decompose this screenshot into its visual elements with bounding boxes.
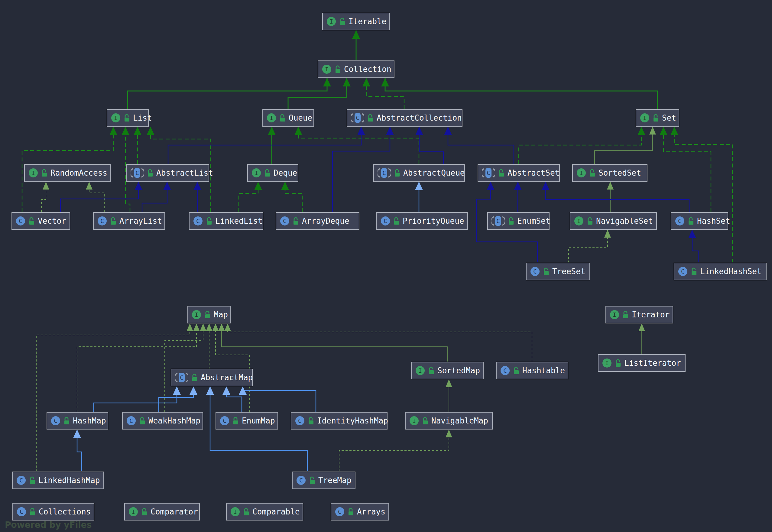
diagram-canvas[interactable]: IIterableICollectionIListIQueueCAbstract… <box>0 0 772 532</box>
edge-AbstractSet-to-AbstractCollection <box>448 127 514 164</box>
node-WeakHashMap[interactable]: CWeakHashMap <box>122 412 203 430</box>
interface-icon: I <box>111 113 121 123</box>
abstract-class-icon: C <box>491 216 505 226</box>
node-Comparable[interactable]: IComparable <box>226 503 303 521</box>
node-EnumMap[interactable]: CEnumMap <box>216 412 278 430</box>
node-AbstractMap[interactable]: CAbstractMap <box>171 369 253 386</box>
edge-Hashtable-to-Map <box>228 323 532 362</box>
node-HashMap[interactable]: CHashMap <box>47 412 108 430</box>
class-icon: C <box>530 267 540 276</box>
svg-text:C: C <box>283 217 287 225</box>
node-PriorityQueue[interactable]: CPriorityQueue <box>376 212 468 230</box>
node-NavigableMap[interactable]: INavigableMap <box>405 412 493 430</box>
node-AbstractQueue[interactable]: CAbstractQueue <box>373 164 465 182</box>
node-EnumSet[interactable]: CEnumSet <box>487 212 550 230</box>
interface-icon: I <box>230 507 240 517</box>
node-ArrayList[interactable]: CArrayList <box>93 212 165 230</box>
lock-icon <box>110 217 117 225</box>
interface-icon: I <box>326 17 336 26</box>
lock-icon <box>307 417 314 425</box>
svg-text:C: C <box>223 417 226 424</box>
lock-icon <box>191 373 198 382</box>
node-Iterable[interactable]: IIterable <box>322 13 390 30</box>
node-LinkedHashMap[interactable]: CLinkedHashMap <box>12 472 104 489</box>
lock-icon <box>687 217 694 225</box>
edge-List-to-Collection <box>128 78 327 109</box>
node-Iterator[interactable]: IIterator <box>605 306 673 323</box>
svg-text:I: I <box>613 311 616 318</box>
svg-text:I: I <box>233 508 237 515</box>
lock-icon <box>28 217 35 225</box>
interface-icon: I <box>640 113 650 123</box>
edge-HashMap-to-Map-arrowhead <box>193 323 200 331</box>
edge-WeakHashMap-to-Map <box>165 323 203 412</box>
lock-icon <box>139 417 146 425</box>
node-ArrayDeque[interactable]: CArrayDeque <box>276 212 359 230</box>
lock-icon <box>508 217 514 225</box>
node-Set[interactable]: ISet <box>636 109 679 127</box>
node-TreeSet[interactable]: CTreeSet <box>526 263 590 280</box>
edge-EnumMap-to-Map <box>216 323 249 412</box>
node-List[interactable]: IList <box>107 109 149 127</box>
node-Comparator[interactable]: IComparator <box>124 503 200 521</box>
node-Deque[interactable]: IDeque <box>247 164 298 182</box>
svg-text:C: C <box>384 217 387 225</box>
svg-text:I: I <box>31 169 35 177</box>
node-label: WeakHashMap <box>148 416 200 425</box>
node-TreeMap[interactable]: CTreeMap <box>292 472 355 489</box>
node-label: LinkedList <box>215 216 263 225</box>
edge-AbstractSet-to-Set-arrowhead <box>637 127 645 135</box>
node-AbstractCollection[interactable]: CAbstractCollection <box>347 109 462 127</box>
class-icon: C <box>16 475 26 485</box>
interface-icon: I <box>415 366 425 375</box>
edge-layer <box>0 0 772 532</box>
edge-TreeSet-to-NavigableSet-arrowhead <box>604 230 611 238</box>
svg-text:C: C <box>678 217 682 225</box>
lock-icon <box>586 217 593 225</box>
edge-LinkedList-to-List-arrowhead <box>147 127 154 135</box>
lock-icon <box>652 114 659 122</box>
node-label: AbstractCollection <box>377 113 462 122</box>
node-NavigableSet[interactable]: INavigableSet <box>570 212 657 230</box>
node-HashSet[interactable]: CHashSet <box>671 212 728 230</box>
node-SortedMap[interactable]: ISortedMap <box>411 362 484 379</box>
edge-AbstractList-to-List-arrowhead <box>134 127 141 135</box>
node-Collections[interactable]: CCollections <box>12 503 94 521</box>
node-AbstractList[interactable]: CAbstractList <box>126 164 209 182</box>
edge-Set-to-Collection <box>385 78 657 109</box>
node-Arrays[interactable]: CArrays <box>331 503 389 521</box>
edge-Queue-to-Collection-arrowhead <box>343 78 351 86</box>
node-label: Collections <box>39 507 91 516</box>
interface-icon: I <box>574 216 584 226</box>
svg-text:C: C <box>129 417 133 424</box>
edge-LinkedHashSet-to-Set-arrowhead <box>670 127 678 135</box>
node-label: AbstractList <box>156 168 213 177</box>
node-Collection[interactable]: ICollection <box>318 60 394 78</box>
node-SortedSet[interactable]: ISortedSet <box>572 164 647 182</box>
node-LinkedHashSet[interactable]: CLinkedHashSet <box>674 263 767 280</box>
node-label: Iterable <box>349 17 386 26</box>
edge-HashMap-to-AbstractMap <box>94 386 177 412</box>
edge-Set-to-Collection-arrowhead <box>381 78 389 86</box>
node-Map[interactable]: IMap <box>187 306 231 323</box>
node-Hashtable[interactable]: CHashtable <box>496 362 568 379</box>
node-LinkedList[interactable]: CLinkedList <box>189 212 263 230</box>
node-RandomAccess[interactable]: IRandomAccess <box>24 164 111 182</box>
edge-Collection-to-Iterable-arrowhead <box>352 30 360 39</box>
class-icon: C <box>97 216 107 226</box>
node-ListIterator[interactable]: IListIterator <box>598 354 686 372</box>
node-label: AbstractSet <box>508 168 560 177</box>
node-label: AbstractMap <box>201 373 253 382</box>
node-Queue[interactable]: IQueue <box>262 109 314 127</box>
node-Vector[interactable]: CVector <box>11 212 70 230</box>
svg-text:C: C <box>100 217 104 225</box>
node-IdentityHashMap[interactable]: CIdentityHashMap <box>291 412 388 430</box>
interface-icon: I <box>192 310 201 320</box>
abstract-class-icon: C <box>378 168 391 178</box>
node-AbstractSet[interactable]: CAbstractSet <box>478 164 560 182</box>
lock-icon <box>334 65 341 74</box>
edge-TreeMap-to-AbstractMap-arrowhead <box>206 386 214 395</box>
node-label: TreeSet <box>552 267 585 276</box>
svg-text:I: I <box>605 359 609 367</box>
edge-LinkedHashSet-to-Set <box>674 127 732 263</box>
